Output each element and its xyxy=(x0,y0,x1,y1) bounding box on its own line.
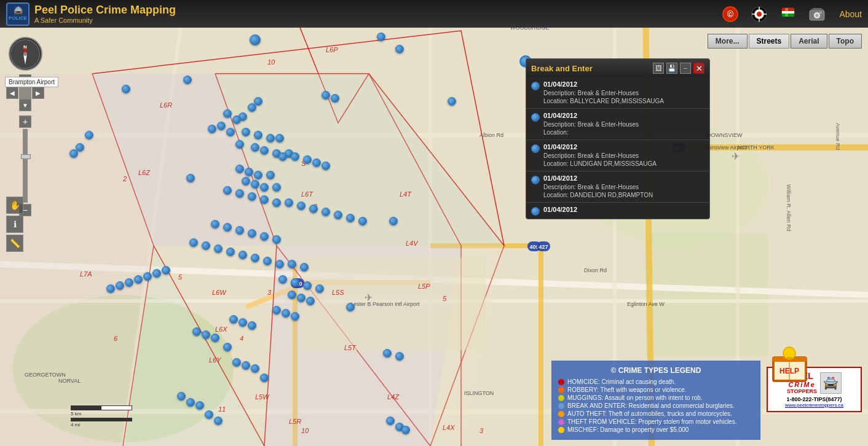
map-marker[interactable] xyxy=(251,143,259,152)
map-marker[interactable] xyxy=(260,232,269,241)
zoom-thumb[interactable] xyxy=(21,154,31,159)
map-marker[interactable] xyxy=(235,226,244,235)
map-container[interactable]: William R. Allen Rd Avenue Rd 409 410 42… xyxy=(0,0,868,446)
map-marker[interactable] xyxy=(260,374,269,382)
pan-west-button[interactable]: ◀ xyxy=(6,87,18,99)
map-marker[interactable] xyxy=(250,34,261,45)
map-marker[interactable] xyxy=(235,140,244,149)
pan-east-button[interactable]: ▶ xyxy=(32,87,44,99)
map-marker[interactable] xyxy=(278,152,287,161)
map-marker[interactable] xyxy=(275,260,284,268)
map-marker[interactable] xyxy=(300,263,309,272)
map-marker[interactable] xyxy=(312,158,321,167)
map-marker[interactable] xyxy=(389,217,398,225)
crime-item[interactable]: 01/04/2012 Description: Break & Enter-Ho… xyxy=(526,171,709,203)
map-marker[interactable] xyxy=(303,281,312,290)
crime-item[interactable]: 01/04/2012 Description: Break & Enter-Ho… xyxy=(526,109,709,140)
map-marker[interactable] xyxy=(226,128,235,136)
about-link[interactable]: About xyxy=(839,9,862,19)
map-marker[interactable] xyxy=(226,248,235,256)
map-marker[interactable] xyxy=(85,131,93,139)
map-marker[interactable] xyxy=(211,220,219,229)
map-marker[interactable] xyxy=(386,417,395,425)
map-marker[interactable] xyxy=(183,76,192,84)
map-marker[interactable] xyxy=(309,205,318,213)
map-marker[interactable] xyxy=(383,349,392,358)
map-marker[interactable] xyxy=(248,103,256,112)
map-marker[interactable] xyxy=(122,85,130,93)
map-marker[interactable] xyxy=(334,211,342,219)
map-marker[interactable] xyxy=(272,306,281,315)
map-marker[interactable] xyxy=(282,309,290,318)
map-marker[interactable] xyxy=(288,260,296,268)
map-marker[interactable] xyxy=(401,426,410,434)
map-marker[interactable] xyxy=(242,128,250,136)
target-icon-btn[interactable] xyxy=(749,4,769,24)
compass[interactable]: N xyxy=(9,37,42,71)
map-marker[interactable] xyxy=(346,214,355,222)
map-marker[interactable] xyxy=(285,198,293,207)
map-marker[interactable] xyxy=(297,294,306,302)
map-marker[interactable] xyxy=(331,94,339,103)
map-marker[interactable] xyxy=(291,278,299,287)
map-marker[interactable] xyxy=(260,183,269,192)
map-marker[interactable] xyxy=(260,146,269,155)
map-marker[interactable] xyxy=(291,152,299,161)
map-marker[interactable] xyxy=(232,115,241,124)
map-marker[interactable] xyxy=(186,174,195,182)
map-marker[interactable] xyxy=(251,180,259,189)
map-marker[interactable] xyxy=(242,177,250,186)
map-marker[interactable] xyxy=(248,192,256,201)
map-marker[interactable] xyxy=(211,334,219,342)
map-marker[interactable] xyxy=(116,281,124,290)
zoom-track[interactable] xyxy=(23,129,28,203)
camera-icon-btn[interactable] xyxy=(807,4,827,24)
map-marker[interactable] xyxy=(263,257,272,265)
map-marker[interactable] xyxy=(223,223,232,232)
map-marker[interactable] xyxy=(232,358,241,367)
zoom-in-button[interactable]: + xyxy=(19,115,31,128)
map-marker[interactable] xyxy=(266,134,275,143)
map-marker[interactable] xyxy=(192,327,201,336)
popup-save-button[interactable]: 💾 xyxy=(666,63,677,74)
map-marker[interactable] xyxy=(223,109,232,118)
map-marker[interactable] xyxy=(214,245,223,253)
popup-close-button[interactable]: ✕ xyxy=(693,63,704,74)
map-marker[interactable] xyxy=(134,275,143,284)
map-marker[interactable] xyxy=(288,291,296,299)
crime-item[interactable]: 01/04/2012 xyxy=(526,203,709,219)
crime-item[interactable]: 01/04/2012 Description: Break & Enter-Ho… xyxy=(526,140,709,171)
more-button[interactable]: More... xyxy=(708,34,748,49)
measure-tool-button[interactable]: 📏 xyxy=(6,235,23,252)
map-marker[interactable] xyxy=(152,269,161,278)
map-marker[interactable] xyxy=(235,165,244,173)
map-marker[interactable] xyxy=(239,251,247,259)
map-marker[interactable] xyxy=(186,398,195,407)
crime-item[interactable]: 01/04/2012 Description: Break & Enter-Ho… xyxy=(526,77,709,109)
map-marker[interactable] xyxy=(177,392,186,401)
map-marker[interactable] xyxy=(266,171,275,179)
help-icon[interactable]: HELP xyxy=(770,345,810,385)
map-marker[interactable] xyxy=(214,417,223,425)
map-marker[interactable] xyxy=(306,297,315,305)
map-marker[interactable] xyxy=(125,278,133,287)
crime-icon-btn[interactable]: © xyxy=(720,4,740,24)
map-marker[interactable] xyxy=(223,186,232,195)
pan-south-button[interactable]: ▼ xyxy=(19,99,31,111)
map-marker[interactable] xyxy=(346,303,355,311)
map-marker[interactable] xyxy=(254,171,262,179)
map-marker[interactable] xyxy=(254,131,262,139)
topo-button[interactable]: Topo xyxy=(829,34,862,49)
map-marker[interactable] xyxy=(189,238,198,247)
map-marker[interactable] xyxy=(248,321,256,330)
map-marker[interactable] xyxy=(235,189,244,198)
map-marker[interactable] xyxy=(69,149,78,158)
map-marker[interactable] xyxy=(242,361,250,370)
popup-minimize-button[interactable]: − xyxy=(680,63,691,74)
map-marker[interactable] xyxy=(291,312,299,321)
map-marker[interactable] xyxy=(239,318,247,327)
popup-content[interactable]: 01/04/2012 Description: Break & Enter-Ho… xyxy=(526,77,709,219)
map-marker[interactable] xyxy=(272,235,281,244)
map-marker[interactable] xyxy=(322,162,330,170)
map-marker[interactable] xyxy=(106,284,115,293)
